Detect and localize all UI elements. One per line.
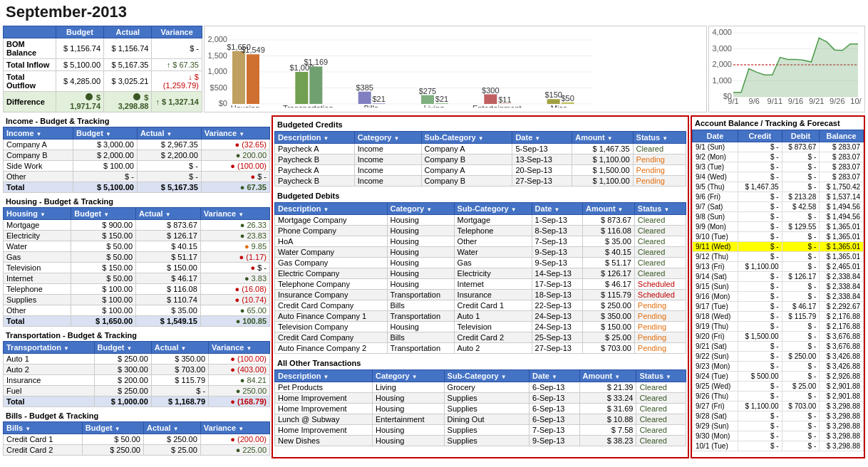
row-amount: $ 31.69	[579, 404, 636, 414]
col-header: Budget ▼	[82, 422, 143, 434]
col-header: Sub-Category ▼	[454, 203, 532, 215]
filter-arrow[interactable]: ▼	[127, 345, 133, 352]
filter-arrow[interactable]: ▼	[63, 345, 69, 352]
filter-arrow[interactable]: ▼	[426, 206, 432, 213]
row-budget: $ 100.00	[73, 161, 137, 172]
filter-arrow[interactable]: ▼	[501, 374, 507, 380]
filter-arrow[interactable]: ▼	[246, 345, 252, 352]
acct-balance: $ 2,176.88	[820, 312, 864, 322]
row-category: Housing	[387, 322, 454, 332]
acct-balance: $ 1,494.56	[820, 202, 864, 212]
table-row: Mortgage Company Housing Mortgage 1-Sep-…	[275, 215, 686, 226]
row-label: Credit Card 2	[4, 445, 83, 456]
filter-arrow[interactable]: ▼	[324, 135, 329, 142]
filter-arrow[interactable]: ▼	[666, 374, 671, 380]
svg-text:$1,169: $1,169	[304, 58, 329, 66]
acct-credit: $ -	[738, 322, 782, 332]
filter-arrow[interactable]: ▼	[105, 131, 111, 137]
acct-debit: $ -	[782, 362, 820, 372]
filter-arrow[interactable]: ▼	[103, 211, 109, 218]
acct-debit: $ -	[782, 182, 820, 192]
filter-arrow[interactable]: ▼	[554, 206, 559, 213]
filter-arrow[interactable]: ▼	[663, 206, 669, 213]
svg-text:9/26: 9/26	[830, 97, 844, 105]
acct-debit: $ -	[782, 242, 820, 252]
col-header: Actual ▼	[151, 342, 208, 354]
acct-balance: $ 1,365.01	[820, 242, 864, 252]
summary-variance: $ -	[152, 38, 202, 59]
filter-arrow[interactable]: ▼	[167, 131, 172, 137]
filter-arrow[interactable]: ▼	[239, 131, 244, 137]
filter-arrow[interactable]: ▼	[607, 135, 613, 142]
row-status: Cleared	[636, 414, 686, 425]
row-budget: $ -	[73, 172, 137, 182]
row-budget: $ 50.00	[71, 252, 136, 263]
table-row: 9/19 (Thu) $ - $ - $ 2,176.88	[693, 322, 864, 332]
filter-arrow[interactable]: ▼	[393, 135, 399, 142]
table-row: Home Improvement Housing Supplies 6-Sep-…	[275, 393, 686, 404]
table-row: 9/28 (Sat) $ - $ - $ 3,298.88	[693, 411, 864, 421]
filter-arrow[interactable]: ▼	[534, 135, 540, 142]
col-header: Sub-Category ▼	[421, 132, 512, 144]
col-header: Variance ▼	[209, 342, 270, 354]
filter-arrow[interactable]: ▼	[181, 345, 187, 352]
summary-col-actual: Actual	[104, 26, 152, 38]
filter-arrow[interactable]: ▼	[238, 211, 244, 218]
filter-arrow[interactable]: ▼	[25, 426, 31, 432]
svg-text:Bills: Bills	[364, 104, 379, 107]
status-icon: ●	[230, 435, 235, 444]
filter-arrow[interactable]: ▼	[511, 206, 517, 213]
row-date: 6-Sep-13	[529, 393, 579, 404]
filter-arrow[interactable]: ▼	[238, 426, 244, 432]
filter-arrow[interactable]: ▼	[115, 426, 120, 432]
filter-arrow[interactable]: ▼	[478, 135, 484, 142]
filter-arrow[interactable]: ▼	[324, 374, 329, 380]
col-header: Date ▼	[512, 132, 572, 144]
acct-date: 9/25 (Wed)	[693, 382, 738, 392]
row-actual: $ 115.79	[151, 375, 208, 386]
filter-arrow[interactable]: ▼	[165, 211, 171, 218]
col-header: Actual ▼	[137, 127, 201, 140]
acct-debit: $ 126.17	[782, 272, 820, 282]
filter-arrow[interactable]: ▼	[173, 426, 179, 432]
table-row: Gas $ 50.00 $ 51.17 ● (1.17)	[4, 252, 270, 263]
row-variance: ● (16.08)	[200, 284, 269, 295]
acct-credit: $ -	[738, 192, 782, 202]
filter-arrow[interactable]: ▼	[552, 374, 557, 380]
budgeted-debits-section: Budgeted Debits Description ▼Category ▼S…	[274, 189, 686, 354]
filter-arrow[interactable]: ▼	[614, 374, 620, 380]
summary-actual: $ 3,298.88	[104, 92, 152, 112]
filter-arrow[interactable]: ▼	[36, 131, 42, 137]
svg-text:$385: $385	[356, 83, 373, 92]
table-row: Telephone Company Housing Internet 17-Se…	[275, 279, 686, 290]
row-variance: ● 23.83	[200, 231, 269, 241]
table-row: Auto 1 $ 250.00 $ 350.00 ● (100.00)	[4, 354, 270, 364]
row-label: Insurance	[4, 375, 95, 386]
status-icon: ●	[230, 365, 235, 374]
acct-credit: $ -	[738, 352, 782, 362]
row-subcategory: Grocery	[444, 382, 529, 393]
filter-arrow[interactable]: ▼	[40, 211, 46, 218]
row-variance: ● (168.79)	[209, 397, 270, 407]
filter-arrow[interactable]: ▼	[324, 206, 329, 213]
acct-credit: $ -	[738, 222, 782, 232]
filter-arrow[interactable]: ▼	[662, 135, 668, 142]
row-date: 25-Sep-13	[532, 332, 582, 343]
col-header: Housing ▼	[4, 208, 71, 220]
summary-variance: ↑ $ 67.35	[152, 59, 202, 71]
acct-balance: $ 283.07	[820, 152, 864, 162]
filter-arrow[interactable]: ▼	[412, 374, 418, 380]
row-date: 27-Sep-13	[512, 176, 572, 187]
acct-date: 9/7 (Sat)	[693, 202, 738, 212]
status-icon: ●	[240, 231, 245, 240]
row-category: Income	[354, 144, 421, 154]
acct-credit: $ -	[738, 441, 782, 451]
col-header: Budget ▼	[73, 127, 137, 140]
row-budget: $ 100.00	[71, 284, 136, 295]
table-row: Lunch @ Subway Entertainment Dining Out …	[275, 414, 686, 425]
acct-balance: $ 2,176.88	[820, 322, 864, 332]
acct-debit: $ -	[782, 252, 820, 262]
filter-arrow[interactable]: ▼	[618, 206, 624, 213]
table-row: 9/9 (Mon) $ - $ 129.55 $ 1,365.01	[693, 222, 864, 232]
acct-date: 9/12 (Thu)	[693, 252, 738, 262]
